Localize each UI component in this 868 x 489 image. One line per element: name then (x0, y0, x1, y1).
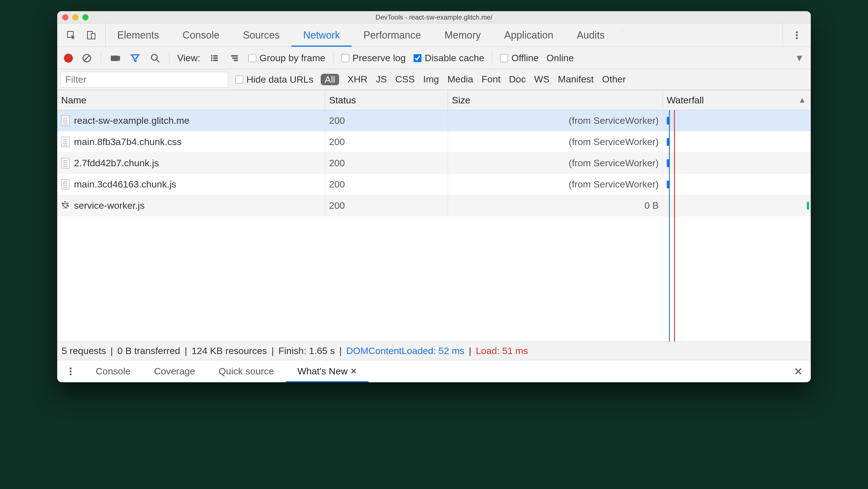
offline-checkbox[interactable]: Offline (500, 53, 539, 63)
drawer-close-button[interactable] (786, 360, 811, 382)
close-icon[interactable]: × (350, 365, 357, 377)
col-header-status[interactable]: Status (325, 90, 448, 110)
request-name: main.8fb3a7b4.chunk.css (74, 136, 182, 147)
svg-rect-2 (91, 33, 95, 39)
svg-rect-7 (111, 56, 118, 61)
drawer: ConsoleCoverageQuick sourceWhat's New× (57, 360, 811, 382)
filter-icon[interactable] (129, 52, 141, 64)
summary-load: Load: 51 ms (476, 345, 528, 356)
overview-icon[interactable] (228, 52, 241, 64)
type-filter-css[interactable]: CSS (395, 74, 415, 85)
svg-rect-11 (211, 57, 212, 59)
type-filter-font[interactable]: Font (482, 74, 501, 85)
file-icon (61, 115, 69, 126)
request-row[interactable]: main.8fb3a7b4.chunk.css200(from ServiceW… (57, 131, 811, 152)
hide-data-urls-label: Hide data URLs (246, 74, 313, 85)
requests-grid: Name Status Size Waterfall ▲ react-sw-ex… (57, 90, 811, 342)
panel-tab-network[interactable]: Network (291, 24, 352, 47)
close-window-button[interactable] (62, 14, 68, 20)
network-toolbar: View: Group by frame Preserve log Disabl… (57, 47, 811, 69)
col-header-size[interactable]: Size (448, 90, 663, 110)
svg-rect-13 (211, 59, 212, 61)
request-row[interactable]: react-sw-example.glitch.me200(from Servi… (57, 110, 811, 131)
svg-point-8 (152, 54, 157, 60)
view-label: View: (177, 53, 200, 63)
request-status: 200 (325, 174, 448, 195)
type-filter-all[interactable]: All (321, 74, 339, 85)
more-tabs-icon[interactable] (617, 24, 629, 36)
type-filter-doc[interactable]: Doc (509, 74, 526, 85)
request-row[interactable]: 2.7fdd42b7.chunk.js200(from ServiceWorke… (57, 152, 811, 174)
type-filter-other[interactable]: Other (602, 74, 626, 85)
panel-tab-sources[interactable]: Sources (231, 24, 291, 47)
col-header-waterfall[interactable]: Waterfall ▲ (663, 90, 811, 110)
traffic-lights (57, 14, 89, 20)
request-name: 2.7fdd42b7.chunk.js (74, 157, 159, 169)
type-filter-xhr[interactable]: XHR (347, 74, 368, 85)
panel-tab-memory[interactable]: Memory (433, 24, 492, 47)
type-filter-ws[interactable]: WS (534, 74, 550, 85)
disable-cache-checkbox[interactable]: Disable cache (414, 53, 485, 63)
filter-input[interactable] (61, 72, 228, 87)
drawer-tab-what-s-new[interactable]: What's New× (286, 360, 369, 382)
summary-dcl: DOMContentLoaded: 52 ms (346, 345, 464, 356)
summary-requests: 5 requests (62, 345, 106, 356)
separator (333, 51, 334, 65)
type-filter-img[interactable]: Img (423, 74, 439, 85)
gear-icon (61, 200, 69, 211)
disable-cache-label: Disable cache (425, 53, 485, 63)
col-header-name[interactable]: Name (57, 90, 325, 110)
device-toolbar-icon[interactable] (85, 29, 97, 41)
type-filter-js[interactable]: JS (376, 74, 387, 85)
preserve-log-checkbox[interactable]: Preserve log (341, 53, 406, 63)
summary-bar: 5 requests| 0 B transferred| 124 KB reso… (57, 342, 811, 360)
drawer-tab-label: Coverage (154, 366, 195, 377)
toolbar-chevron-down-icon[interactable]: ▼ (795, 53, 804, 63)
request-row[interactable]: service-worker.js2000 B (57, 195, 811, 216)
request-waterfall-cell (663, 152, 811, 174)
request-waterfall-cell (663, 195, 811, 216)
offline-label: Offline (511, 53, 539, 63)
drawer-tab-label: What's New (298, 366, 348, 377)
hide-data-urls-checkbox[interactable]: Hide data URLs (235, 74, 313, 85)
panel-tab-console[interactable]: Console (171, 24, 231, 47)
request-name: main.3cd46163.chunk.js (74, 179, 176, 190)
throttling-select[interactable]: Online (547, 53, 574, 63)
request-waterfall-cell (663, 110, 811, 131)
panel-tab-application[interactable]: Application (492, 24, 565, 47)
zoom-window-button[interactable] (82, 14, 89, 20)
inspect-element-icon[interactable] (65, 29, 77, 41)
drawer-tab-quick-source[interactable]: Quick source (207, 360, 285, 382)
drawer-menu-icon[interactable] (64, 365, 77, 377)
col-header-waterfall-label: Waterfall (667, 95, 704, 106)
large-rows-icon[interactable] (208, 52, 220, 64)
drawer-tab-console[interactable]: Console (84, 360, 142, 382)
separator (169, 51, 169, 65)
request-waterfall-cell (663, 174, 811, 195)
grid-header: Name Status Size Waterfall ▲ (57, 90, 811, 110)
svg-rect-10 (213, 55, 218, 56)
preserve-log-label: Preserve log (352, 53, 406, 63)
search-icon[interactable] (149, 52, 161, 64)
svg-point-5 (796, 37, 798, 39)
panel-tab-audits[interactable]: Audits (565, 24, 617, 47)
drawer-tab-label: Console (96, 366, 131, 377)
panel-tab-elements[interactable]: Elements (105, 24, 171, 47)
request-row[interactable]: main.3cd46163.chunk.js200(from ServiceWo… (57, 174, 811, 195)
minimize-window-button[interactable] (72, 14, 79, 20)
type-filter-strip: AllXHRJSCSSImgMediaFontDocWSManifestOthe… (321, 74, 626, 85)
request-size: (from ServiceWorker) (448, 174, 663, 195)
type-filter-manifest[interactable]: Manifest (558, 74, 594, 85)
record-button[interactable] (64, 54, 73, 63)
file-icon (61, 137, 69, 147)
type-filter-media[interactable]: Media (447, 74, 473, 85)
sort-asc-icon: ▲ (798, 95, 806, 105)
svg-point-4 (796, 34, 798, 36)
drawer-tab-coverage[interactable]: Coverage (142, 360, 207, 382)
panel-tab-performance[interactable]: Performance (352, 24, 433, 47)
group-by-frame-checkbox[interactable]: Group by frame (248, 53, 326, 63)
clear-icon[interactable] (81, 52, 93, 64)
settings-menu-icon[interactable] (791, 29, 803, 41)
screenshot-icon[interactable] (109, 52, 121, 64)
group-by-frame-label: Group by frame (259, 53, 326, 63)
